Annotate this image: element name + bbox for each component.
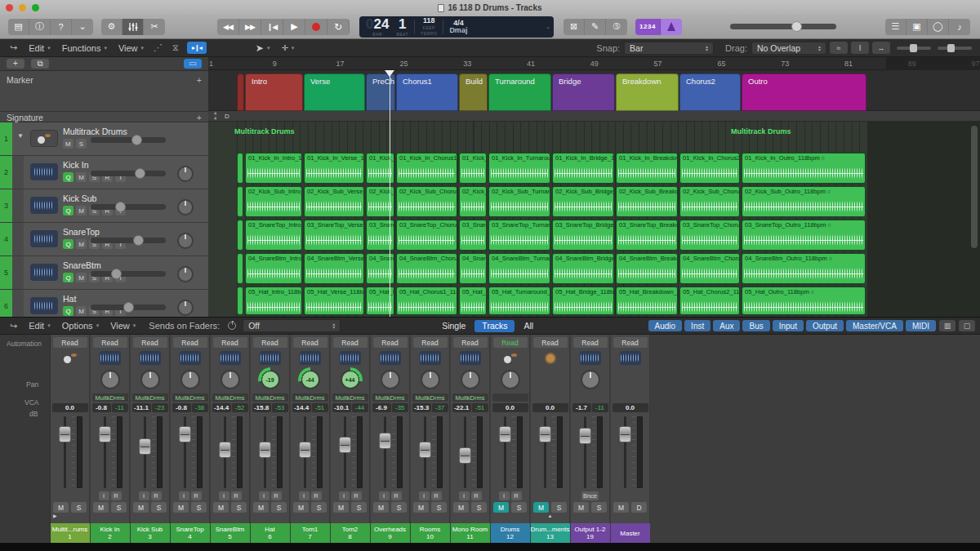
channel-strip[interactable]: ReadMultkDrms-15.3-37IRMSRooms10 [411,335,450,543]
peak-value[interactable]: -53 [272,403,288,412]
horizontal-zoom-knob[interactable] [947,44,955,52]
vca-assignment[interactable]: MultkDrms [252,393,288,402]
audio-region[interactable]: 04_SnareBtm_Bridge_ [552,253,614,284]
browsers-icon[interactable]: ♪ [949,19,970,35]
record-enable-button[interactable]: R [431,491,442,500]
channel-strip[interactable]: ReadMultkDrms-0.8-38IRMSSnareTop4 [171,335,210,543]
audio-region[interactable]: 05_Hat_Chorus2_118b [679,287,740,315]
db-value[interactable]: -1.7 [572,403,591,412]
solo-button[interactable]: S [231,502,247,513]
input-monitor-button[interactable]: I [419,491,430,500]
audio-region[interactable]: 03_SnareTop_Bridge_1 [552,220,614,251]
library-icon[interactable]: ▤ [8,19,29,35]
input-monitor-button[interactable]: I [459,491,470,500]
input-monitor-button[interactable]: I [139,491,149,500]
mute-button[interactable]: M [493,502,509,513]
db-value[interactable]: -11.1 [132,403,151,412]
marker-global-track[interactable]: Marker + [0,71,208,112]
mute-button[interactable]: M [413,502,429,513]
track-volume-slider[interactable] [91,204,166,210]
add-marker-button[interactable]: + [197,75,202,85]
audio-region[interactable]: 04_Snare [459,253,487,284]
play-button[interactable]: ▶ [283,19,305,35]
count-in-button[interactable]: 1234 [635,19,660,35]
input-monitor-button[interactable]: I [99,491,109,500]
arrangement-marker[interactable]: PreChor [366,73,395,111]
catch-playhead-button[interactable]: ▸❙◂ [187,42,207,54]
mute-button[interactable]: M [93,502,109,513]
vertical-auto-zoom-icon[interactable]: Ⅰ [851,42,869,54]
audio-region[interactable]: 02_Kick_Sub_Intro_118 [245,186,302,217]
mute-button[interactable]: M [253,502,269,513]
audio-region[interactable]: 01_Kick_In_Outro_118bpm ○ [742,153,866,184]
track-pan-knob[interactable] [177,199,194,216]
channel-strip[interactable]: Read-1.7-11BnceMSOutput 1-219 [571,335,610,543]
automation-read-button[interactable]: Read [533,337,568,348]
duplicate-track-button[interactable]: ⧉ [31,59,49,69]
tracks-view-menu[interactable]: View▾ [118,43,144,53]
track-pan-knob[interactable] [177,266,194,282]
audio-region[interactable]: 04_SnareBtm_Intro_11 [245,253,302,284]
audio-region[interactable]: 02_Kick_S [459,186,487,217]
record-enable-button[interactable]: R [391,491,402,500]
signature-global-track[interactable]: Signature + [0,112,208,122]
channel-name-plate[interactable]: Drums12 [491,523,530,543]
solo-button[interactable]: S [591,502,607,513]
quantize-button[interactable]: Q [63,306,74,316]
automation-read-button[interactable]: Read [493,337,528,348]
mixer-options-menu[interactable]: Options▾ [62,321,99,331]
channel-strip[interactable]: ReadMultkDrms-6.9-35IRMSOverheads9 [371,335,410,543]
automation-read-button[interactable]: Read [373,337,408,348]
apple-loops-icon[interactable]: ◯ [928,19,949,35]
mute-button[interactable]: M [76,172,87,182]
bar-ruler[interactable]: 191725334149576573818997 [208,57,980,70]
pan-knob[interactable] [501,370,520,389]
mute-button[interactable]: M [453,502,469,513]
solo-button[interactable]: S [271,502,287,513]
track-volume-knob[interactable] [135,168,145,179]
solo-button[interactable]: S [191,502,207,513]
pan-knob[interactable] [180,370,200,389]
channel-strip[interactable]: Read0.0MS▶Multit...rums1 [51,335,90,543]
peak-value[interactable]: -11 [112,403,128,412]
arrangement-marker-sliver[interactable] [237,73,244,111]
arrangement-marker[interactable]: Breakdown [616,73,679,111]
track-pan-knob[interactable] [177,300,194,316]
audio-region[interactable]: 03_SnareTop_Chorus2 [679,220,740,251]
quantize-button[interactable]: Q [63,172,74,182]
track-header[interactable]: 4SnareTopQMSRI [0,223,208,256]
channel-strip[interactable]: ReadMultkDrms-11.1-23IRMSKick Sub3 [131,335,170,543]
record-enable-button[interactable]: R [351,491,362,500]
input-monitor-button[interactable]: I [179,491,189,500]
channel-strip[interactable]: Read-44MultkDrms-14.4-51IRMSTom17 [291,335,330,543]
flex-icon[interactable]: ⧖ [172,42,179,53]
db-value[interactable]: 0.0 [52,403,88,412]
audio-region[interactable]: 05_Hat_Turnaround_11 [488,287,550,315]
filter-midi-button[interactable]: MIDI [906,320,936,331]
record-enable-button[interactable]: R [511,491,522,500]
input-monitor-button[interactable]: I [339,491,350,500]
vertical-zoom-knob[interactable] [910,44,917,52]
automation-read-button[interactable]: Read [413,337,448,348]
command-click-tool-menu[interactable]: ✛▾ [281,43,294,52]
input-monitor-button[interactable]: I [379,491,390,500]
input-monitor-button[interactable]: I [499,491,510,500]
solo-button[interactable]: S [471,502,487,513]
cycle-button[interactable]: ↻ [327,19,350,35]
vca-assignment[interactable]: MultkDrms [92,393,128,402]
channel-name-plate[interactable]: SnareTop4 [171,523,210,543]
mixer-view-all-button[interactable]: All [516,320,541,332]
mute-button[interactable]: M [53,502,69,513]
audio-region[interactable]: 03_SnareTop_Outro_118bpm ○ [742,220,866,251]
forward-button[interactable]: ▶▶ [239,19,261,35]
channel-name-plate[interactable]: Overheads9 [371,523,410,543]
input-monitor-button[interactable]: I [259,491,270,500]
channel-strip[interactable]: Read0.0IRMSDrums12 [491,335,530,543]
record-enable-button[interactable]: R [191,491,202,500]
peak-value[interactable]: -44 [352,403,368,412]
track-volume-knob[interactable] [111,269,122,279]
db-value[interactable]: -22.1 [452,403,471,412]
mute-button[interactable]: M [573,502,589,513]
volume-fader[interactable] [259,442,271,458]
channel-name-plate[interactable]: Rooms10 [411,523,450,543]
